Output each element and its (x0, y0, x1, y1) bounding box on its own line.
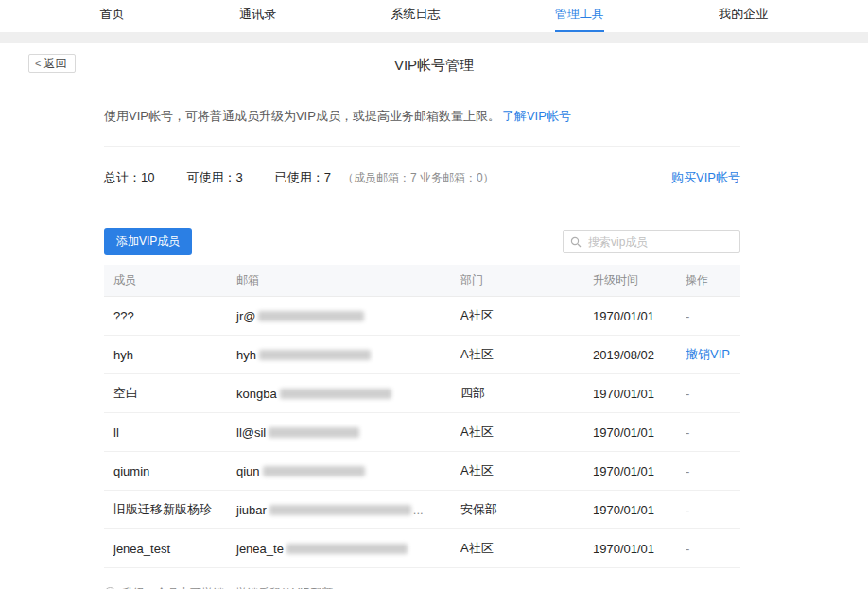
upgrade-time-cell: 1970/01/01 (583, 297, 676, 336)
nav-tab-contacts[interactable]: 通讯录 (239, 6, 276, 32)
redacted-email (286, 544, 408, 554)
department-cell: A社区 (451, 413, 583, 452)
action-cell: 撤销VIP (676, 336, 740, 374)
search-input[interactable] (586, 234, 733, 250)
department-cell: 四部 (451, 374, 583, 413)
column-header-action: 操作 (676, 265, 740, 297)
action-cell: - (676, 374, 740, 413)
table-header-row: 成员 邮箱 部门 升级时间 操作 (104, 265, 740, 297)
member-cell: ??? (104, 297, 227, 336)
main-content: 使用VIP帐号，可将普通成员升级为VIP成员，或提高业务邮箱数量上限。了解VIP… (104, 108, 740, 589)
search-icon (570, 236, 582, 248)
email-cell: ll@sil (227, 413, 451, 452)
redacted-email (259, 350, 371, 360)
action-cell: - (676, 413, 740, 452)
upgrade-time-cell: 1970/01/01 (583, 413, 676, 452)
intro-text-row: 使用VIP帐号，可将普通成员升级为VIP成员，或提高业务邮箱数量上限。了解VIP… (104, 108, 740, 125)
stat-used: 已使用：7 (275, 169, 331, 186)
redacted-email (269, 505, 411, 515)
intro-text: 使用VIP帐号，可将普通成员升级为VIP成员，或提高业务邮箱数量上限。 (104, 109, 500, 123)
email-cell: hyh (227, 336, 451, 374)
table-row: hyh hyh A社区 2019/08/02 撤销VIP (104, 336, 740, 374)
nav-tab-my-enterprise[interactable]: 我的企业 (719, 6, 768, 32)
department-cell: A社区 (451, 529, 583, 568)
member-cell: ll (104, 413, 227, 452)
table-toolbar: 添加VIP成员 (104, 228, 740, 255)
upgrade-time-cell: 2019/08/02 (583, 336, 676, 374)
add-vip-member-button[interactable]: 添加VIP成员 (104, 228, 192, 255)
upgrade-time-cell: 1970/01/01 (583, 452, 676, 491)
table-row: qiumin qiun A社区 1970/01/01 - (104, 452, 740, 491)
column-header-upgrade-time: 升级时间 (583, 265, 676, 297)
table-row: ??? jr@ A社区 1970/01/01 - (104, 297, 740, 336)
email-cell: kongba (227, 374, 451, 413)
footer-note-text: 升级一个月内可撤销，撤销后释放VIP配额 (122, 585, 333, 589)
revoke-vip-link[interactable]: 撤销VIP (686, 347, 730, 361)
email-cell: jiubar... (227, 491, 451, 529)
footer-note: i 升级一个月内可撤销，撤销后释放VIP配额 (104, 585, 740, 589)
department-cell: A社区 (451, 452, 583, 491)
table-row: 旧版迁移新版杨珍 jiubar... 安保部 1970/01/01 - (104, 491, 740, 529)
department-cell: 安保部 (451, 491, 583, 529)
page-title: VIP帐号管理 (0, 43, 868, 87)
section-divider (104, 146, 740, 147)
member-cell: 旧版迁移新版杨珍 (104, 491, 227, 529)
page-header: < 返回 VIP帐号管理 (0, 43, 868, 85)
department-cell: A社区 (451, 336, 583, 374)
stat-used-detail: （成员邮箱：7 业务邮箱：0） (342, 170, 495, 186)
back-button-label: 返回 (43, 58, 66, 69)
column-header-email: 邮箱 (227, 265, 451, 297)
quota-stats-row: 总计：10 可使用：3 已使用：7 （成员邮箱：7 业务邮箱：0） 购买VIP帐… (104, 169, 740, 186)
member-cell: hyh (104, 336, 227, 374)
chevron-left-icon: < (35, 59, 41, 69)
action-cell: - (676, 452, 740, 491)
nav-tab-home[interactable]: 首页 (100, 6, 125, 32)
redacted-email (280, 389, 391, 399)
redacted-email (269, 427, 359, 438)
nav-tab-system-logs[interactable]: 系统日志 (391, 6, 440, 32)
stat-total: 总计：10 (104, 169, 154, 186)
table-row: ll ll@sil A社区 1970/01/01 - (104, 413, 740, 452)
upgrade-time-cell: 1970/01/01 (583, 529, 676, 568)
email-cell: qiun (227, 452, 451, 491)
action-cell: - (676, 491, 740, 529)
upgrade-time-cell: 1970/01/01 (583, 491, 676, 529)
nav-tab-management-tools[interactable]: 管理工具 (555, 6, 604, 32)
action-cell: - (676, 297, 740, 336)
top-navigation: 首页 通讯录 系统日志 管理工具 我的企业 (0, 0, 868, 32)
column-header-department: 部门 (451, 265, 583, 297)
vip-members-table: 成员 邮箱 部门 升级时间 操作 ??? jr@ A社区 1970/01/01 … (104, 265, 740, 568)
header-divider-band (0, 32, 868, 43)
member-cell: jenea_test (104, 529, 227, 568)
redacted-email (263, 466, 365, 476)
department-cell: A社区 (451, 297, 583, 336)
email-cell: jenea_te (227, 529, 451, 568)
stat-available: 可使用：3 (186, 169, 242, 186)
table-row: 空白 kongba 四部 1970/01/01 - (104, 374, 740, 413)
member-cell: 空白 (104, 374, 227, 413)
member-cell: qiumin (104, 452, 227, 491)
column-header-member: 成员 (104, 265, 227, 297)
table-row: jenea_test jenea_te A社区 1970/01/01 - (104, 529, 740, 568)
action-cell: - (676, 529, 740, 568)
back-button[interactable]: < 返回 (28, 54, 76, 73)
learn-vip-link[interactable]: 了解VIP帐号 (502, 109, 571, 123)
email-cell: jr@ (227, 297, 451, 336)
upgrade-time-cell: 1970/01/01 (583, 374, 676, 413)
search-box[interactable] (563, 230, 740, 253)
buy-vip-link[interactable]: 购买VIP帐号 (671, 169, 740, 186)
redacted-email (258, 311, 364, 321)
